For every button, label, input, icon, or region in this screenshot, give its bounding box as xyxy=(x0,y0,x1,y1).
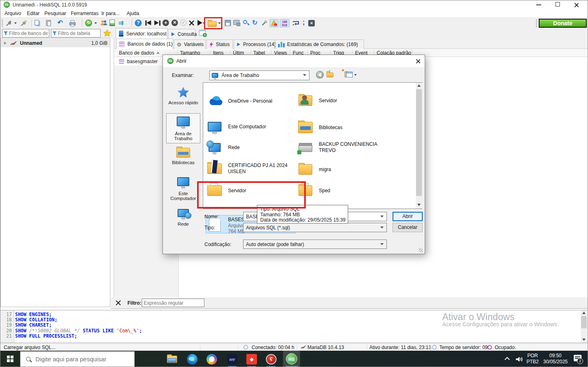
db-filter-input[interactable] xyxy=(9,31,48,36)
connect-icon[interactable] xyxy=(5,20,13,27)
place-desktop[interactable]: Área de Trabalho xyxy=(166,113,200,143)
place-quick-access[interactable]: Acesso rápido xyxy=(166,86,200,105)
filter-label: Filtro: xyxy=(127,300,141,306)
filter-close-icon[interactable] xyxy=(116,300,121,305)
help-icon[interactable]: ? xyxy=(135,20,142,26)
open-button[interactable]: Abrir xyxy=(393,212,423,221)
tree-expand-arrow[interactable] xyxy=(4,42,7,45)
clear-icon[interactable]: ✕ xyxy=(308,20,315,26)
donate-button[interactable]: Donate xyxy=(539,19,587,28)
copy-icon[interactable] xyxy=(35,20,39,25)
file-item-servidor-right[interactable]: Servidor xyxy=(297,95,337,106)
place-libraries[interactable]: Bibliotecas xyxy=(166,148,200,165)
file-list-scrollbar[interactable] xyxy=(416,83,422,209)
exchange-icon[interactable]: ⇉ xyxy=(118,19,124,26)
tab-server[interactable]: Servidor: localhost xyxy=(116,28,167,39)
close-button[interactable] xyxy=(575,3,579,7)
minimize-button[interactable] xyxy=(536,4,541,5)
file-item-este-computador[interactable]: Este Computador xyxy=(206,122,266,132)
tab-command-stats[interactable]: Estatísticas de Comandos: (169) xyxy=(275,40,364,49)
table-filter-box[interactable] xyxy=(51,29,101,37)
format-sql-icon[interactable] xyxy=(261,19,268,26)
place-this-pc[interactable]: Este Computador xyxy=(166,177,200,201)
table-filter-input[interactable] xyxy=(58,31,99,36)
resize-grip[interactable] xyxy=(419,248,423,252)
volume-icon[interactable] xyxy=(515,356,523,363)
file-item-rede[interactable]: Rede xyxy=(206,143,240,152)
guardian-app-icon[interactable]: ʕ xyxy=(266,354,276,365)
menu-ir-para[interactable]: Ir para... xyxy=(101,11,120,16)
col-banco-de-dados[interactable]: Banco de dados xyxy=(119,50,154,56)
disconnect-icon[interactable] xyxy=(20,20,27,27)
mariadb-seal-icon xyxy=(10,40,17,46)
undo-icon[interactable]: ↶ xyxy=(57,19,63,26)
connect-dropdown-caret[interactable] xyxy=(14,22,17,24)
globe-icon xyxy=(206,141,214,148)
place-network[interactable]: Rede xyxy=(166,209,200,226)
power-dropdown-caret[interactable] xyxy=(94,22,97,24)
start-button[interactable] xyxy=(7,356,13,362)
find-icon[interactable] xyxy=(243,20,247,24)
language-indicator[interactable]: POR PTB2 xyxy=(527,353,539,365)
delimiter-icon[interactable]: ; xyxy=(303,19,305,26)
db-filter-box[interactable] xyxy=(2,29,49,37)
look-in-label: Examinar: xyxy=(172,73,194,78)
menu-ajuda[interactable]: Ajuda xyxy=(127,11,139,16)
tab-status[interactable]: Status xyxy=(206,40,233,49)
post-check-icon[interactable]: ✓ xyxy=(180,20,186,26)
users-icon[interactable] xyxy=(100,20,108,27)
view-menu-icon[interactable] xyxy=(346,72,353,77)
sql-app-icon[interactable]: we xyxy=(227,354,237,365)
taskbar-search-box[interactable] xyxy=(20,351,135,367)
tab-databases[interactable]: Bancos de dados (1) xyxy=(116,39,173,49)
menu-arquivo[interactable]: Arquivo xyxy=(4,11,21,16)
scroll-up-icon[interactable] xyxy=(582,312,586,314)
tray-chevron-icon[interactable] xyxy=(505,357,510,362)
clock-indicator[interactable]: 09:50 30/05/2025 xyxy=(541,353,570,365)
file-item-backup[interactable]: BACKUP CONVENIENCIA TREVO xyxy=(297,141,380,154)
goto-last-tri[interactable] xyxy=(154,20,159,25)
cancel-icon[interactable] xyxy=(189,20,195,26)
replace-icon[interactable]: ↻ xyxy=(252,19,257,26)
filter-input[interactable] xyxy=(142,299,204,307)
scroll-up-icon[interactable] xyxy=(417,84,421,87)
tree-item-server[interactable]: Unnamed 1,0 GiB xyxy=(1,39,110,47)
dialog-close-icon[interactable] xyxy=(416,59,420,63)
execute-sql-icon[interactable] xyxy=(197,20,202,26)
file-item-onedrive[interactable]: OneDrive - Personal xyxy=(206,95,272,107)
taskbar-search-input[interactable] xyxy=(35,356,129,363)
windows-taskbar: we ◆ ʕ HS POR PTB2 09:50 30/05/2025 2 xyxy=(0,351,588,367)
menu-ferramentas[interactable]: Ferramentas xyxy=(71,11,99,16)
pos-app-icon[interactable]: ◆ xyxy=(246,354,257,365)
variables-gear-icon: ⚙ xyxy=(177,42,182,47)
tab-processes[interactable]: Processos (14) xyxy=(234,40,274,49)
file-type-combo[interactable]: Arquivos SQL (*.sql) xyxy=(243,223,387,232)
tab-query[interactable]: Consulta xyxy=(168,29,195,39)
tab-variables[interactable]: ⚙ Variáveis xyxy=(174,40,206,49)
look-in-combo[interactable]: Área de Trabalho xyxy=(209,70,309,80)
add-row-icon[interactable]: + xyxy=(162,20,169,26)
file-item-certificado[interactable]: CERTIFICADO PJ A1 2024 UISLEN xyxy=(206,163,291,175)
wrap-lines-icon[interactable] xyxy=(292,20,300,27)
log-scrollbar[interactable] xyxy=(581,310,587,343)
maximize-button[interactable] xyxy=(555,2,560,7)
cancel-button[interactable]: Cancelar xyxy=(393,223,423,232)
file-explorer-front xyxy=(168,358,176,363)
binary-toggle[interactable]: 100010 xyxy=(280,19,290,27)
menu-pesquisar[interactable]: Pesquisar xyxy=(44,11,66,16)
file-item-bibliotecas[interactable]: Bibliotecas xyxy=(297,122,342,133)
search-icon xyxy=(26,357,31,361)
app-icon: HS xyxy=(4,2,10,8)
print-icon[interactable] xyxy=(69,20,76,27)
scroll-down-icon[interactable] xyxy=(417,204,421,206)
scroll-thumb[interactable] xyxy=(416,89,422,196)
scroll-thumb[interactable] xyxy=(581,316,587,328)
delete-row-icon[interactable]: ✕ xyxy=(171,20,178,26)
favorites-star-icon[interactable] xyxy=(103,29,111,37)
scroll-down-icon[interactable] xyxy=(582,338,586,341)
view-menu-caret[interactable] xyxy=(354,74,357,76)
file-item-migra[interactable]: migra xyxy=(297,164,331,175)
menu-editar[interactable]: Editar xyxy=(27,11,39,16)
up-folder-arrow: ↑ xyxy=(329,68,331,73)
encoding-combo[interactable]: Auto detectar (pode falhar) xyxy=(243,240,387,249)
